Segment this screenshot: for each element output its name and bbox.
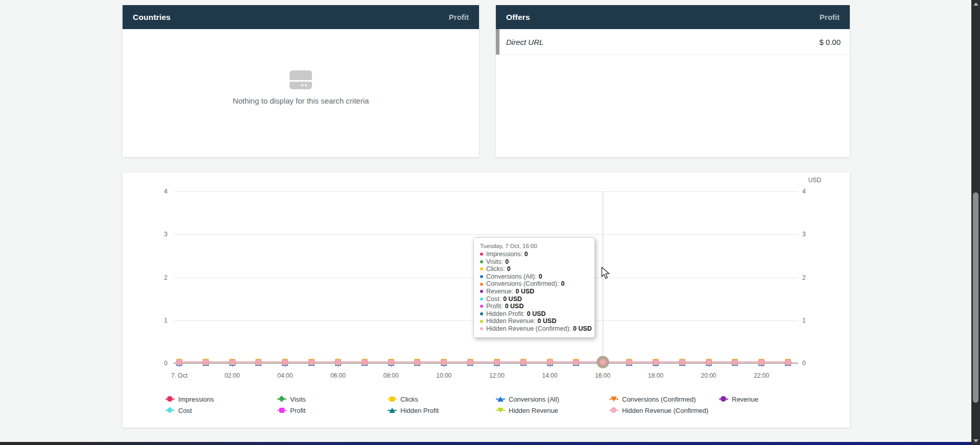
y-axis-tick-label: 4 (802, 188, 818, 195)
data-point[interactable] (520, 359, 527, 366)
legend-item-hidden-revenue-confirmed[interactable]: Hidden Revenue (Confirmed) (609, 407, 708, 414)
tooltip-value: 0 (524, 251, 528, 258)
legend-marker-icon (165, 407, 175, 414)
data-point[interactable] (493, 359, 500, 366)
offer-profit-value: $ 0.00 (819, 38, 841, 46)
legend-item-hidden-profit[interactable]: Hidden Profit (388, 407, 439, 414)
legend-marker-icon (496, 407, 505, 414)
data-point[interactable] (334, 359, 342, 366)
hovered-data-point[interactable] (597, 356, 609, 368)
x-axis-tick-label: 14:00 (535, 372, 565, 379)
legend-item-revenue[interactable]: Revenue (719, 395, 758, 403)
data-point[interactable] (176, 359, 183, 366)
x-axis-tick-label: 02:00 (217, 372, 248, 379)
tooltip-value: 0 USD (516, 288, 535, 295)
data-point[interactable] (440, 359, 447, 366)
data-point[interactable] (414, 359, 421, 366)
y-axis-tick-label: 1 (152, 317, 168, 324)
legend-item-profit[interactable]: Profit (277, 407, 305, 414)
legend-item-hidden-revenue[interactable]: Hidden Revenue (496, 407, 558, 414)
data-point[interactable] (361, 359, 368, 366)
scroll-down-arrow-icon[interactable] (973, 439, 978, 442)
x-axis-tick-label: 7. Oct (164, 372, 195, 379)
x-axis-tick-label: 08:00 (376, 372, 407, 379)
offer-row[interactable]: Direct URL $ 0.00 (496, 29, 850, 55)
y-axis-tick-label: 0 (152, 360, 168, 367)
legend-item-conversions-confirmed[interactable]: Conversions (Confirmed) (609, 395, 696, 403)
tooltip-label: Cost: (486, 295, 501, 303)
data-point[interactable] (546, 359, 554, 366)
series-color-dot (480, 305, 483, 308)
data-point[interactable] (255, 359, 262, 366)
x-axis-tick-label: 16:00 (587, 372, 618, 379)
tooltip-row: Hidden Profit:0 USD (480, 310, 588, 318)
series-color-dot (480, 290, 483, 293)
offers-title: Offers (506, 13, 530, 22)
data-point[interactable] (467, 359, 474, 366)
countries-widget-header: Countries Profit (123, 5, 479, 29)
tooltip-label: Visits: (486, 258, 503, 266)
legend-item-cost[interactable]: Cost (165, 407, 192, 414)
tooltip-value: 0 USD (573, 325, 592, 333)
legend-label: Clicks (400, 395, 418, 403)
scroll-up-arrow-icon[interactable] (973, 3, 978, 6)
tooltip-label: Conversions (Confirmed): (486, 280, 559, 288)
legend-item-impressions[interactable]: Impressions (165, 395, 214, 403)
data-point[interactable] (705, 359, 712, 366)
tooltip-label: Revenue: (486, 288, 514, 295)
tooltip-value: 0 USD (538, 317, 557, 325)
data-point[interactable] (679, 359, 686, 366)
offer-row-accent-bar (496, 29, 499, 55)
legend-marker-icon (719, 395, 728, 403)
y-axis-tick-label: 3 (152, 231, 168, 238)
data-point[interactable] (731, 359, 738, 366)
tooltip-label: Clicks: (486, 265, 505, 273)
tooltip-row: Hidden Revenue:0 USD (480, 317, 588, 325)
data-point[interactable] (202, 359, 209, 366)
x-axis-tick-label: 20:00 (694, 372, 724, 379)
data-point[interactable] (281, 359, 289, 366)
tooltip-label: Profit: (486, 303, 503, 310)
data-point[interactable] (572, 359, 580, 366)
footer-bar (0, 442, 971, 445)
data-point[interactable] (388, 359, 395, 366)
tooltip-value: 0 USD (503, 295, 522, 303)
offer-name[interactable]: Direct URL (506, 38, 819, 46)
gridline (174, 191, 798, 192)
x-axis-tick-label: 18:00 (640, 372, 671, 379)
series-line-at-zero (176, 361, 792, 362)
vertical-scrollbar[interactable] (971, 0, 980, 445)
data-point[interactable] (626, 359, 633, 366)
data-point[interactable] (758, 359, 765, 366)
legend-item-visits[interactable]: Visits (277, 395, 306, 403)
legend-label: Hidden Profit (400, 407, 439, 414)
legend-marker-icon (277, 395, 286, 403)
scrollbar-thumb[interactable] (973, 192, 978, 403)
x-axis-tick-label: 12:00 (482, 372, 512, 379)
series-color-dot (480, 320, 483, 323)
tooltip-title: Tuesday, 7 Oct, 16:00 (480, 243, 588, 249)
legend-marker-icon (165, 395, 175, 403)
tooltip-row: Impressions:0 (480, 251, 588, 258)
legend-marker-icon (496, 395, 505, 403)
tooltip-label: Hidden Revenue: (486, 317, 536, 325)
legend-marker-icon (277, 407, 286, 414)
legend-label: Impressions (178, 395, 214, 403)
data-point[interactable] (229, 359, 236, 366)
legend-item-conversions-all[interactable]: Conversions (All) (496, 395, 559, 403)
legend-item-clicks[interactable]: Clicks (388, 395, 418, 403)
y-axis-tick-label: 1 (802, 317, 818, 324)
legend-marker-icon (388, 395, 397, 403)
data-point[interactable] (652, 359, 659, 366)
data-point[interactable] (784, 359, 792, 366)
timeseries-chart-panel: USD 01234 01234 7. Oct02:0004:0006:0008:… (123, 172, 850, 428)
legend-label: Hidden Revenue (509, 407, 558, 414)
legend-label: Cost (178, 407, 192, 414)
countries-metric-label: Profit (449, 13, 469, 21)
legend-marker-icon (609, 395, 618, 403)
data-point[interactable] (308, 359, 315, 366)
tooltip-label: Impressions: (486, 251, 522, 258)
offers-widget: Offers Profit Direct URL $ 0.00 (496, 5, 850, 157)
y-axis-tick-label: 3 (802, 231, 818, 238)
tooltip-value: 0 USD (505, 303, 524, 310)
